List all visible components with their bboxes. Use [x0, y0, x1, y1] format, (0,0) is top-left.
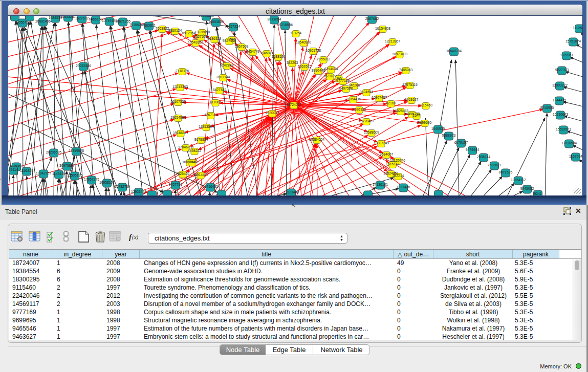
svg-text:62160: 62160: [386, 101, 396, 105]
svg-text:14136141: 14136141: [373, 183, 388, 186]
svg-text:8678834: 8678834: [194, 138, 208, 141]
svg-text:17010504: 17010504: [561, 141, 577, 145]
svg-text:8912954: 8912954: [182, 31, 196, 35]
svg-text:6679197: 6679197: [454, 141, 468, 144]
svg-text:9684067: 9684067: [380, 152, 394, 156]
svg-text:9474444: 9474444: [466, 148, 480, 151]
svg-text:2887682: 2887682: [365, 17, 379, 20]
svg-text:18724007: 18724007: [286, 103, 301, 106]
svg-text:252214: 252214: [393, 174, 404, 178]
svg-text:18640910: 18640910: [296, 40, 311, 44]
svg-text:10648784: 10648784: [446, 49, 462, 53]
svg-text:9463627: 9463627: [405, 98, 419, 101]
svg-text:17046738: 17046738: [178, 145, 193, 149]
svg-text:1588520: 1588520: [272, 55, 286, 58]
svg-text:7485063: 7485063: [399, 68, 413, 72]
svg-text:1145194: 1145194: [52, 172, 66, 176]
svg-text:7357224: 7357224: [227, 25, 241, 28]
svg-text:1640935: 1640935: [431, 127, 445, 130]
svg-text:12505135: 12505135: [67, 173, 82, 177]
svg-text:30975867: 30975867: [59, 164, 75, 167]
svg-text:9777169: 9777169: [336, 79, 350, 82]
svg-text:9327508: 9327508: [223, 39, 236, 42]
svg-text:10807487: 10807487: [372, 96, 387, 99]
svg-text:8813054: 8813054: [268, 17, 281, 21]
svg-text:9329961: 9329961: [560, 53, 574, 57]
svg-text:19384554: 19384554: [309, 138, 324, 141]
svg-text:9146821: 9146821: [260, 51, 274, 55]
svg-text:21364436: 21364436: [345, 97, 361, 101]
svg-text:1244415: 1244415: [553, 98, 567, 102]
svg-text:8427552: 8427552: [213, 88, 227, 92]
svg-text:9245: 9245: [534, 192, 541, 195]
svg-text:7625402: 7625402: [176, 172, 190, 176]
svg-text:9242848: 9242848: [220, 63, 234, 67]
svg-text:417006: 417006: [210, 100, 222, 104]
svg-text:6497568: 6497568: [339, 86, 353, 90]
svg-text:9115460: 9115460: [419, 103, 432, 107]
svg-text:16154808: 16154808: [375, 27, 390, 30]
svg-text:16961758: 16961758: [306, 49, 321, 52]
svg-text:8186328: 8186328: [208, 37, 222, 40]
svg-text:19218506: 19218506: [277, 23, 293, 27]
svg-text:2867608: 2867608: [235, 45, 249, 48]
svg-text:7986322: 7986322: [353, 107, 366, 111]
svg-text:9327505: 9327505: [194, 35, 208, 38]
svg-text:10654112: 10654112: [511, 178, 526, 182]
svg-text:2935114: 2935114: [477, 155, 490, 159]
svg-text:6466160: 6466160: [89, 17, 103, 21]
svg-text:12213363: 12213363: [172, 85, 188, 89]
svg-text:7663822: 7663822: [156, 27, 169, 30]
svg-text:17957275: 17957275: [84, 178, 99, 181]
svg-text:3624554: 3624554: [360, 90, 374, 94]
svg-text:16033809: 16033809: [199, 16, 214, 17]
svg-text:12093822: 12093822: [552, 83, 568, 87]
svg-text:7515526: 7515526: [129, 23, 143, 27]
svg-text:14055713: 14055713: [15, 20, 30, 24]
svg-text:12823448: 12823448: [284, 190, 299, 194]
svg-text:10973493: 10973493: [392, 52, 407, 56]
svg-text:435061: 435061: [11, 164, 23, 168]
svg-text:9699695: 9699695: [418, 121, 432, 124]
svg-text:13226058: 13226058: [194, 30, 210, 34]
svg-text:12213967: 12213967: [385, 39, 400, 43]
svg-text:17359928: 17359928: [69, 149, 84, 152]
svg-text:39114: 39114: [9, 168, 18, 171]
svg-text:9388923: 9388923: [442, 134, 456, 137]
svg-text:20206535: 20206535: [46, 150, 61, 154]
svg-text:15692971: 15692971: [556, 127, 571, 131]
svg-text:2803144: 2803144: [216, 75, 230, 79]
svg-text:15751074: 15751074: [565, 39, 581, 43]
svg-text:19654984: 19654984: [170, 116, 186, 119]
svg-text:12975115: 12975115: [402, 83, 418, 86]
svg-text:2718176: 2718176: [176, 69, 189, 73]
svg-text:11353594: 11353594: [199, 125, 214, 128]
svg-text:16210643: 16210643: [553, 113, 568, 116]
svg-text:15716485: 15716485: [203, 185, 218, 188]
svg-text:12942757: 12942757: [36, 171, 51, 175]
svg-text:1527602: 1527602: [75, 16, 89, 20]
svg-text:9245052: 9245052: [520, 187, 534, 190]
svg-text:15720407: 15720407: [359, 119, 374, 123]
svg-text:19166827: 19166827: [173, 131, 188, 135]
svg-text:7632621: 7632621: [488, 163, 502, 167]
svg-text:1167534: 1167534: [569, 155, 582, 158]
svg-text:113254: 113254: [290, 31, 301, 35]
svg-text:20691406: 20691406: [35, 19, 51, 23]
svg-text:1644: 1644: [412, 114, 420, 117]
svg-text:9227343: 9227343: [555, 68, 569, 72]
svg-text:154: 154: [189, 160, 195, 164]
svg-text:6794024: 6794024: [324, 67, 338, 71]
svg-text:9457791: 9457791: [169, 183, 183, 186]
svg-text:4267110: 4267110: [204, 113, 217, 117]
svg-text:1362615: 1362615: [298, 64, 312, 68]
svg-text:16107553: 16107553: [170, 100, 186, 103]
svg-text:8990448: 8990448: [312, 69, 325, 72]
svg-text:16543382: 16543382: [188, 40, 203, 44]
svg-text:4498222: 4498222: [188, 149, 202, 152]
svg-text:10688609: 10688609: [364, 130, 379, 134]
svg-text:16671355: 16671355: [115, 19, 130, 23]
svg-text:10120746: 10120746: [390, 159, 405, 162]
svg-text:1112643: 1112643: [573, 26, 582, 30]
svg-text:8860124: 8860124: [168, 29, 182, 32]
